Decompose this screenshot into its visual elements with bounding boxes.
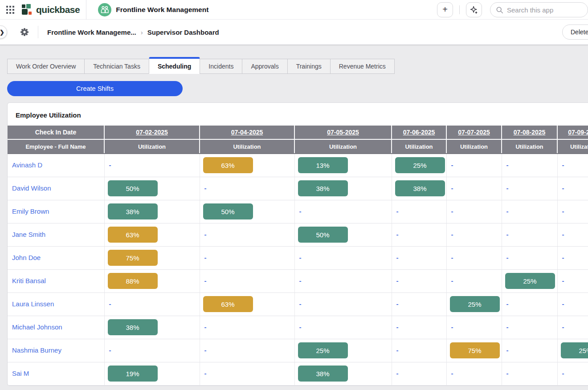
date-header-link[interactable]: 07-02-2025	[136, 129, 168, 136]
report-title: Employee Utilization	[8, 103, 588, 126]
delete-button[interactable]: Delete	[562, 24, 588, 40]
table-row: Michael Johnson38%------	[8, 316, 588, 339]
table-row: Sai M19%-38%----	[8, 362, 588, 385]
settings-gear-button[interactable]	[20, 28, 29, 37]
breadcrumb-separator-icon: ›	[141, 28, 143, 36]
utilization-cell: -	[200, 246, 294, 269]
utilization-badge-gold: 88%	[108, 273, 158, 289]
add-button[interactable]: +	[437, 2, 453, 17]
date-header-link[interactable]: 07-05-2025	[327, 129, 359, 136]
employee-name-cell: Avinash D	[8, 154, 104, 177]
date-header-link[interactable]: 07-09-2025	[568, 129, 588, 136]
plus-icon: +	[442, 5, 448, 14]
tab-trainings[interactable]: Trainings	[287, 59, 331, 74]
search-input[interactable]	[507, 6, 574, 14]
utilization-badge-green: 25%	[505, 273, 555, 289]
tab-scheduling[interactable]: Scheduling	[149, 57, 200, 74]
utilization-badge-green: 13%	[298, 157, 348, 173]
employee-name-cell: David Wilson	[8, 177, 104, 200]
empty-value-dash: -	[447, 323, 453, 331]
utilization-cell: -	[200, 223, 294, 246]
date-header-cell: 07-05-2025	[294, 126, 392, 139]
utilization-cell: -	[557, 246, 588, 269]
utilization-cell: -	[446, 177, 502, 200]
empty-value-dash: -	[392, 231, 399, 238]
employee-link[interactable]: David Wilson	[8, 184, 51, 192]
employee-link[interactable]: Sai M	[8, 370, 29, 377]
quickbase-logo[interactable]: quickbase	[21, 4, 80, 16]
utilization-cell: -	[392, 246, 446, 269]
top-bar: quickbase Frontline Work Management +	[0, 0, 588, 20]
empty-value-dash: -	[295, 323, 302, 331]
utilization-cell: -	[392, 223, 446, 246]
tab-technician-tasks[interactable]: Technician Tasks	[84, 59, 149, 74]
utilization-cell: 38%	[104, 200, 200, 223]
empty-value-dash: -	[447, 207, 453, 215]
dashboard-tabs: Work Order OverviewTechnician TasksSched…	[7, 57, 588, 74]
empty-value-dash: -	[447, 370, 453, 377]
employee-link[interactable]: John Doe	[8, 254, 41, 261]
utilization-cell: -	[502, 177, 557, 200]
utilization-cell: 19%	[104, 362, 200, 385]
utilization-cell: -	[200, 362, 294, 385]
breadcrumb: Frontline Work Manageme... › Supervisor …	[47, 28, 219, 36]
employee-link[interactable]: Emily Brown	[8, 207, 49, 215]
utilization-badge-green: 38%	[298, 366, 348, 382]
employee-link[interactable]: Laura Linssen	[8, 300, 54, 308]
empty-value-dash: -	[502, 254, 509, 261]
empty-value-dash: -	[447, 231, 453, 238]
utilization-cell: -	[502, 292, 557, 316]
employee-link[interactable]: Kriti Bansal	[8, 277, 46, 284]
utilization-cell: 38%	[104, 316, 200, 339]
utilization-badge-green: 25%	[395, 157, 445, 173]
table-row: Emily Brown38%50%-----	[8, 200, 588, 223]
empty-value-dash: -	[502, 346, 509, 354]
utilization-cell: -	[392, 362, 446, 385]
employee-utilization-table: Check In Date07-02-202507-04-202507-05-2…	[8, 126, 588, 386]
utilization-cell: 88%	[104, 269, 200, 292]
employee-utilization-card: Employee Utilization Check In Date07-02-…	[7, 102, 588, 386]
corner-header-employee-full-name: Employee - Full Name	[8, 139, 104, 154]
corner-header-check-in-date: Check In Date	[8, 126, 104, 139]
topbar-mini-divider	[459, 5, 460, 14]
employee-link[interactable]: Avinash D	[8, 161, 42, 169]
employee-link[interactable]: Jane Smith	[8, 231, 45, 238]
utilization-cell: -	[557, 269, 588, 292]
tab-approvals[interactable]: Approvals	[242, 59, 287, 74]
utilization-cell: -	[446, 246, 502, 269]
utilization-cell: -	[502, 362, 557, 385]
empty-value-dash: -	[502, 161, 509, 169]
utilization-cell: -	[557, 177, 588, 200]
utilization-badge-green: 50%	[108, 180, 158, 196]
date-header-link[interactable]: 07-08-2025	[514, 129, 546, 136]
app-switcher-grid-icon[interactable]	[4, 3, 17, 16]
utilization-cell: -	[392, 292, 446, 316]
employee-link[interactable]: Nashmia Burney	[8, 346, 61, 354]
utilization-cell: -	[446, 223, 502, 246]
date-header-link[interactable]: 07-07-2025	[458, 129, 490, 136]
date-header-link[interactable]: 07-04-2025	[231, 129, 263, 136]
utilization-cell: -	[502, 339, 557, 362]
empty-value-dash: -	[105, 300, 111, 308]
utilization-cell: -	[200, 269, 294, 292]
app-team-icon	[98, 3, 111, 16]
app-search[interactable]	[490, 2, 588, 17]
employee-link[interactable]: Michael Johnson	[8, 323, 62, 331]
tab-incidents[interactable]: Incidents	[200, 59, 242, 74]
date-header-link[interactable]: 07-06-2025	[403, 129, 435, 136]
utilization-cell: 38%	[294, 177, 392, 200]
ai-sparkle-button[interactable]	[466, 2, 482, 17]
empty-value-dash: -	[558, 370, 564, 377]
create-shifts-button[interactable]: Create Shifts	[7, 81, 183, 96]
empty-value-dash: -	[447, 161, 453, 169]
empty-value-dash: -	[558, 161, 564, 169]
utilization-cell: -	[392, 316, 446, 339]
employee-name-cell: Kriti Bansal	[8, 269, 104, 292]
utilization-cell: 50%	[200, 200, 294, 223]
breadcrumb-app-link[interactable]: Frontline Work Manageme...	[47, 28, 136, 36]
tab-work-order-overview[interactable]: Work Order Overview	[7, 59, 85, 74]
tab-revenue-metrics[interactable]: Revenue Metrics	[330, 59, 395, 74]
expand-panel-button[interactable]: ❯	[0, 25, 7, 39]
utilization-cell: -	[446, 200, 502, 223]
utilization-cell: 25%	[392, 154, 446, 177]
